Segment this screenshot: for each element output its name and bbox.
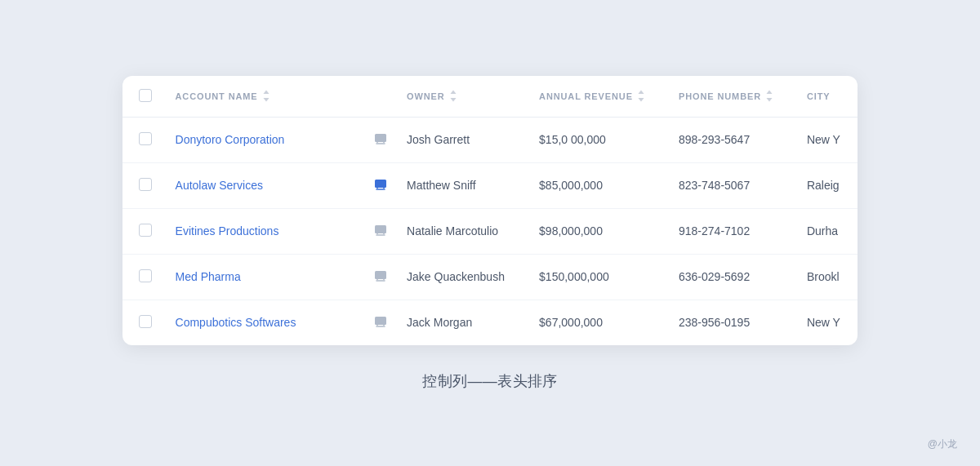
- owner-type-icon: [374, 317, 387, 330]
- row-checkbox-cell: [122, 254, 159, 300]
- annual-revenue-cell: $98,000,000: [523, 208, 662, 254]
- owner-icon-cell: [358, 208, 391, 254]
- row-checkbox[interactable]: [139, 269, 152, 282]
- account-name-link[interactable]: Med Pharma: [176, 270, 241, 283]
- account-name-cell: Donytoro Corporation: [159, 117, 358, 162]
- svg-rect-4: [375, 317, 386, 325]
- svg-rect-3: [375, 271, 386, 279]
- owner-type-icon: [374, 134, 387, 147]
- table-card: ACCOUNT NAME OWNER: [122, 76, 858, 345]
- row-checkbox-cell: [122, 162, 159, 208]
- sort-icon-phone: [766, 89, 773, 103]
- table-row: Autolaw ServicesMatthew Sniff$85,000,000…: [122, 162, 858, 208]
- owner-icon-cell: [358, 254, 391, 300]
- table-row: Med PharmaJake Quackenbush$150,000,00063…: [122, 254, 858, 300]
- annual-revenue-cell: $150,000,000: [523, 254, 662, 300]
- row-checkbox[interactable]: [139, 315, 152, 328]
- sort-icon-owner: [450, 89, 457, 103]
- row-checkbox[interactable]: [139, 224, 152, 237]
- city-cell: New Y: [791, 117, 858, 162]
- owner-cell: Jake Quackenbush: [390, 254, 523, 300]
- select-all-checkbox[interactable]: [139, 89, 152, 102]
- owner-cell: Natalie Marcotulio: [390, 208, 523, 254]
- owner-cell: Matthew Sniff: [390, 162, 523, 208]
- table-header-row: ACCOUNT NAME OWNER: [122, 76, 858, 118]
- header-owner[interactable]: OWNER: [390, 76, 523, 118]
- sort-icon-revenue: [638, 89, 644, 103]
- watermark: @小龙: [928, 437, 957, 451]
- account-name-cell: Evitines Productions: [159, 208, 358, 254]
- phone-number-cell: 918-274-7102: [662, 208, 791, 254]
- owner-icon-cell: [358, 162, 391, 208]
- accounts-table: ACCOUNT NAME OWNER: [122, 76, 858, 345]
- table-row: Compubotics SoftwaresJack Morgan$67,000,…: [122, 300, 858, 345]
- account-name-cell: Autolaw Services: [159, 162, 358, 208]
- header-annual-revenue[interactable]: ANNUAL REVENUE: [523, 76, 662, 118]
- account-name-link[interactable]: Compubotics Softwares: [176, 316, 296, 329]
- annual-revenue-cell: $15,0 00,000: [523, 117, 662, 162]
- owner-cell: Josh Garrett: [390, 117, 523, 162]
- table-row: Evitines ProductionsNatalie Marcotulio$9…: [122, 208, 858, 254]
- row-checkbox[interactable]: [139, 132, 152, 145]
- header-account-name[interactable]: ACCOUNT NAME: [159, 76, 358, 118]
- svg-rect-0: [375, 134, 386, 142]
- svg-rect-1: [375, 180, 386, 188]
- caption: 控制列——表头排序: [422, 371, 557, 391]
- city-cell: Raleig: [791, 162, 858, 208]
- row-checkbox-cell: [122, 300, 159, 345]
- owner-type-icon: [374, 225, 387, 238]
- phone-number-cell: 636-029-5692: [662, 254, 791, 300]
- row-checkbox-cell: [122, 208, 159, 254]
- account-name-link[interactable]: Donytoro Corporation: [176, 133, 285, 146]
- header-city[interactable]: CITY: [791, 76, 858, 118]
- account-name-link[interactable]: Evitines Productions: [176, 224, 279, 237]
- header-checkbox-col: [122, 76, 159, 118]
- account-name-cell: Compubotics Softwares: [159, 300, 358, 345]
- account-name-cell: Med Pharma: [159, 254, 358, 300]
- phone-number-cell: 898-293-5647: [662, 117, 791, 162]
- city-cell: Brookl: [791, 254, 858, 300]
- phone-number-cell: 238-956-0195: [662, 300, 791, 345]
- city-cell: Durha: [791, 208, 858, 254]
- owner-icon-cell: [358, 300, 391, 345]
- owner-cell: Jack Morgan: [390, 300, 523, 345]
- row-checkbox[interactable]: [139, 178, 152, 191]
- header-phone-number[interactable]: PHONE NUMBER: [662, 76, 791, 118]
- phone-number-cell: 823-748-5067: [662, 162, 791, 208]
- header-owner-icon-col: [358, 76, 391, 118]
- table-row: Donytoro CorporationJosh Garrett$15,0 00…: [122, 117, 858, 162]
- owner-type-icon: [374, 271, 387, 284]
- annual-revenue-cell: $67,000,000: [523, 300, 662, 345]
- row-checkbox-cell: [122, 117, 159, 162]
- owner-type-icon: [374, 180, 387, 193]
- city-cell: New Y: [791, 300, 858, 345]
- svg-rect-2: [375, 225, 386, 233]
- account-name-link[interactable]: Autolaw Services: [176, 179, 263, 192]
- annual-revenue-cell: $85,000,000: [523, 162, 662, 208]
- owner-icon-cell: [358, 117, 391, 162]
- sort-icon-account: [263, 89, 270, 103]
